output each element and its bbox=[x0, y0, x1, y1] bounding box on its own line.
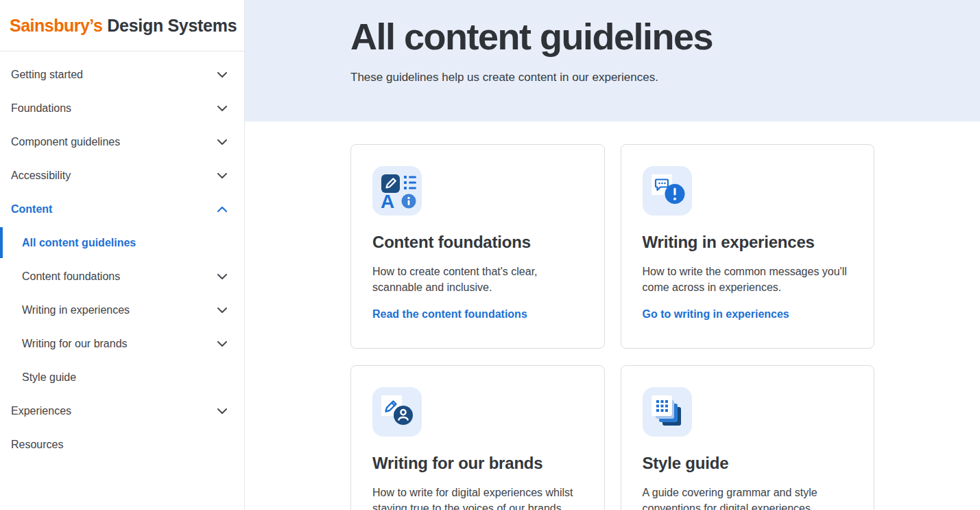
logo-brand: Sainsbury’s bbox=[10, 16, 102, 36]
sidebar-item-label: Resources bbox=[11, 439, 63, 451]
sidebar-item-all-content-guidelines[interactable]: All content guidelines bbox=[0, 226, 244, 259]
card-content-foundations: AContent foundationsHow to create conten… bbox=[350, 144, 605, 349]
card-title: Writing in experiences bbox=[643, 233, 853, 252]
card-description: How to create content that's clear, scan… bbox=[372, 264, 583, 295]
card-link[interactable]: Read the content foundations bbox=[372, 308, 527, 321]
sidebar-item-writing-for-our-brands[interactable]: Writing for our brands bbox=[0, 327, 244, 360]
card-title: Content foundations bbox=[372, 233, 583, 252]
writing-in-experiences-icon bbox=[643, 166, 692, 216]
sidebar-item-label: All content guidelines bbox=[22, 237, 136, 249]
card-description: How to write the common messages you'll … bbox=[643, 264, 853, 295]
card-style-guide: Style guideA guide covering grammar and … bbox=[621, 365, 875, 510]
sidebar-item-label: Content foundations bbox=[22, 270, 120, 283]
chevron-down-icon bbox=[217, 341, 227, 347]
sidebar-item-label: Experiences bbox=[11, 405, 71, 417]
chevron-down-icon bbox=[217, 308, 227, 313]
content-foundations-icon: A bbox=[372, 166, 422, 216]
sidebar-item-label: Accessibility bbox=[11, 170, 71, 182]
sidebar-item-label: Component guidelines bbox=[11, 136, 120, 148]
logo-product: Design Systems bbox=[107, 16, 237, 36]
logo[interactable]: Sainsbury’s Design Systems bbox=[0, 0, 244, 51]
sidebar-item-label: Foundations bbox=[11, 102, 71, 115]
sidebar-item-resources[interactable]: Resources bbox=[0, 428, 244, 461]
card-writing-for-our-brands: Writing for our brandsHow to write for d… bbox=[350, 365, 605, 510]
hero-banner: All content guidelines These guidelines … bbox=[245, 0, 980, 121]
page-subtitle: These guidelines help us create content … bbox=[350, 71, 874, 84]
sidebar-nav: Getting startedFoundationsComponent guid… bbox=[0, 51, 244, 461]
style-guide-icon bbox=[643, 387, 692, 437]
card-title: Style guide bbox=[643, 454, 853, 473]
card-writing-in-experiences: Writing in experiencesHow to write the c… bbox=[621, 144, 875, 349]
sidebar-item-getting-started[interactable]: Getting started bbox=[0, 58, 244, 91]
chevron-down-icon bbox=[217, 408, 227, 414]
sidebar-item-label: Style guide bbox=[22, 371, 76, 384]
sidebar-item-writing-in-experiences[interactable]: Writing in experiences bbox=[0, 293, 244, 327]
card-link[interactable]: Go to writing in experiences bbox=[643, 308, 789, 321]
chevron-down-icon bbox=[217, 139, 227, 145]
sidebar-item-content[interactable]: Content bbox=[0, 192, 244, 226]
chevron-down-icon bbox=[217, 106, 227, 111]
chevron-down-icon bbox=[217, 274, 227, 279]
sidebar-item-label: Writing for our brands bbox=[22, 338, 128, 350]
svg-text:A: A bbox=[381, 191, 394, 212]
sidebar-item-accessibility[interactable]: Accessibility bbox=[0, 159, 244, 192]
card-title: Writing for our brands bbox=[372, 454, 583, 473]
writing-for-our-brands-icon bbox=[372, 387, 422, 437]
page-title: All content guidelines bbox=[350, 16, 874, 57]
sidebar-item-content-foundations[interactable]: Content foundations bbox=[0, 259, 244, 293]
sidebar: Sainsbury’s Design Systems Getting start… bbox=[0, 0, 245, 510]
sidebar-item-style-guide[interactable]: Style guide bbox=[0, 360, 244, 394]
cards-grid: AContent foundationsHow to create conten… bbox=[350, 144, 874, 510]
sidebar-item-experiences[interactable]: Experiences bbox=[0, 394, 244, 428]
main-content: All content guidelines These guidelines … bbox=[245, 0, 980, 510]
card-description: A guide covering grammar and style conve… bbox=[643, 485, 853, 510]
sidebar-item-label: Writing in experiences bbox=[22, 304, 130, 316]
card-description: How to write for digital experiences whi… bbox=[372, 485, 583, 510]
sidebar-item-label: Getting started bbox=[11, 69, 83, 81]
chevron-up-icon bbox=[217, 207, 227, 212]
sidebar-item-component-guidelines[interactable]: Component guidelines bbox=[0, 125, 244, 159]
sidebar-item-foundations[interactable]: Foundations bbox=[0, 91, 244, 125]
chevron-down-icon bbox=[217, 173, 227, 178]
sidebar-item-label: Content bbox=[11, 203, 52, 216]
chevron-down-icon bbox=[217, 72, 227, 78]
